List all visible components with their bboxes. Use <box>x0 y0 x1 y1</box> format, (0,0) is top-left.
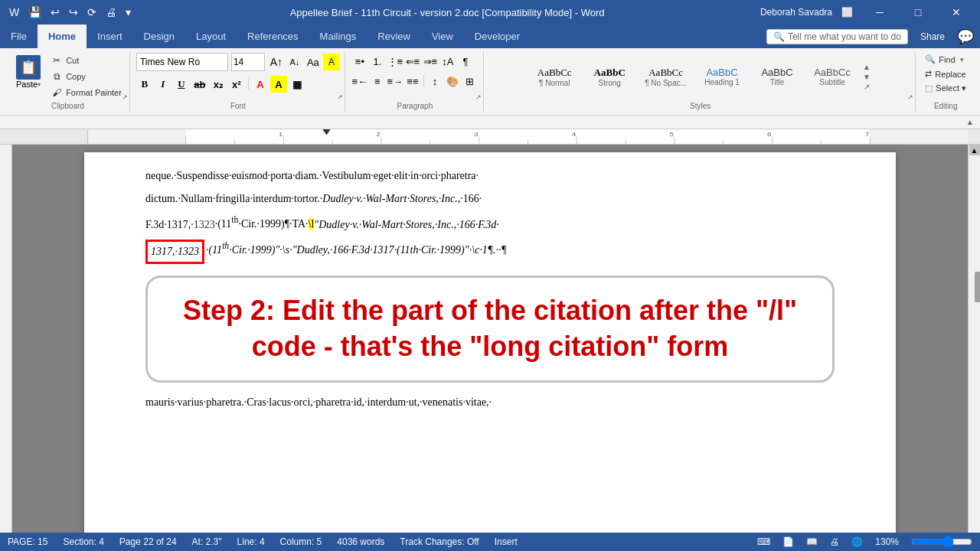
zoom-slider[interactable] <box>911 536 972 548</box>
paste-dropdown-arrow[interactable]: ▾ <box>38 81 41 88</box>
borders-button[interactable]: ▦ <box>289 76 305 93</box>
style-heading1[interactable]: AaBbC Heading 1 <box>695 63 749 90</box>
tab-insert[interactable]: Insert <box>87 24 133 48</box>
para3-code: "Dudley·v.·Wal-Mart·Stores,·Inc.,·166·F.… <box>314 218 499 230</box>
tab-design[interactable]: Design <box>133 24 185 48</box>
style-nospace[interactable]: AaBbCc ¶ No Spac... <box>638 63 694 91</box>
save-icon[interactable]: 💾 <box>25 5 44 20</box>
para2-text: dictum.·Nullam·fringilla·interdum·tortor… <box>145 193 322 204</box>
instruction-box: Step 2: Edit the part of the citation af… <box>145 276 835 383</box>
font-name-input[interactable] <box>136 53 228 71</box>
increase-font-size-button[interactable]: A↑ <box>268 54 285 70</box>
redo-icon[interactable]: ↪ <box>66 5 81 20</box>
borders-para-button[interactable]: ⊞ <box>462 73 479 90</box>
customize-qa-icon[interactable]: ▾ <box>122 5 134 20</box>
tab-home[interactable]: Home <box>38 24 87 48</box>
page-indicator: PAGE: 15 <box>8 536 47 547</box>
scroll-thumb[interactable] <box>975 272 981 302</box>
bold-button[interactable]: B <box>136 76 153 93</box>
change-case-button[interactable]: Aa <box>305 54 322 70</box>
decrease-indent-button[interactable]: ⇐≡ <box>404 53 421 70</box>
find-dropdown-arrow[interactable]: ▾ <box>960 56 964 64</box>
styles-scroll-down[interactable]: ▼ <box>863 73 871 81</box>
style-strong-label: Strong <box>590 79 629 87</box>
superscript-button[interactable]: x² <box>228 76 245 93</box>
read-mode-button[interactable]: 📖 <box>806 536 818 547</box>
styles-expand[interactable]: ↗ <box>864 83 870 91</box>
scroll-up-button[interactable]: ▲ <box>969 145 980 155</box>
clipboard-expand-icon[interactable]: ↗ <box>122 93 128 101</box>
replace-button[interactable]: ⇄ Replace <box>922 67 969 80</box>
styles-expand-icon[interactable]: ↗ <box>907 93 913 101</box>
tab-mailings[interactable]: Mailings <box>309 24 368 48</box>
copy-button[interactable]: ⧉ Copy <box>47 69 125 84</box>
text-shading-button[interactable]: A <box>270 76 287 93</box>
decrease-font-size-button[interactable]: A↓ <box>286 54 303 70</box>
select-button[interactable]: ⬚ Select ▾ <box>922 82 969 95</box>
line-spacing-button[interactable]: ↕ <box>426 73 443 90</box>
cut-button[interactable]: ✂ Cut <box>47 53 125 68</box>
comment-button[interactable]: 💬 <box>951 25 980 48</box>
justify-button[interactable]: ≡≡ <box>404 73 421 90</box>
layout-mode-button[interactable]: 📄 <box>782 536 794 547</box>
copy-icon: ⧉ <box>51 70 63 83</box>
tab-layout[interactable]: Layout <box>185 24 237 48</box>
text-highlight-button[interactable]: A <box>323 54 340 70</box>
print-preview-icon[interactable]: 🖨 <box>103 5 119 20</box>
tell-me-input[interactable]: 🔍 Tell me what you want to do <box>766 29 908 44</box>
track-changes-status[interactable]: Track Changes: Off <box>400 536 479 547</box>
align-center-button[interactable]: ≡ <box>369 73 386 90</box>
paste-button[interactable]: 📋 Paste ▾ <box>11 53 46 91</box>
style-normal[interactable]: AaBbCc ¶ Normal <box>528 63 581 91</box>
font-expand-icon[interactable]: ↗ <box>337 93 343 101</box>
bullets-button[interactable]: ≡• <box>351 53 368 70</box>
close-button[interactable]: ✕ <box>939 0 974 24</box>
vertical-scrollbar[interactable]: ▲ ▼ <box>968 145 980 551</box>
style-strong[interactable]: AaBbC Strong <box>583 63 636 91</box>
sort-button[interactable]: ↕A <box>439 53 456 70</box>
format-painter-button[interactable]: 🖌 Format Painter <box>47 85 125 100</box>
replace-label: Replace <box>935 70 965 79</box>
ribbon-collapse-button[interactable]: ▲ <box>966 118 974 126</box>
doc-scroll-area[interactable]: neque.·Suspendisse·euismod·porta·diam.·V… <box>12 145 968 551</box>
paragraph-5: mauris·varius·pharetra.·Cras·lacus·orci,… <box>145 394 835 411</box>
multilevel-list-button[interactable]: ⋮≡ <box>387 53 403 70</box>
tab-view[interactable]: View <box>421 24 464 48</box>
ribbon-group-clipboard: 📋 Paste ▾ ✂ Cut ⧉ Copy <box>6 51 130 112</box>
tab-references[interactable]: References <box>237 24 309 48</box>
style-title[interactable]: AaBbC Title <box>750 63 804 90</box>
insert-mode[interactable]: Insert <box>495 536 518 547</box>
window-title: Appellee Brief - 11th Circuit - version … <box>134 7 760 18</box>
tab-developer[interactable]: Developer <box>464 24 531 48</box>
shading-button[interactable]: 🎨 <box>444 73 461 90</box>
show-formatting-button[interactable]: ¶ <box>457 53 474 70</box>
web-layout-button[interactable]: 🌐 <box>851 536 863 547</box>
align-right-button[interactable]: ≡→ <box>387 73 403 90</box>
svg-text:2: 2 <box>376 132 381 138</box>
increase-indent-button[interactable]: ⇒≡ <box>422 53 439 70</box>
strikethrough-button[interactable]: ab <box>191 76 208 93</box>
print-layout-button[interactable]: 🖨 <box>830 536 839 547</box>
italic-button[interactable]: I <box>155 76 172 93</box>
style-subtitle[interactable]: AaBbCc Subtitle <box>805 63 859 90</box>
font-size-input[interactable] <box>231 53 265 71</box>
paragraph-2: dictum.·Nullam·fringilla·interdum·tortor… <box>145 191 835 207</box>
underline-button[interactable]: U <box>173 76 190 93</box>
find-button[interactable]: 🔍 Find ▾ <box>922 53 966 66</box>
styles-scroll-up[interactable]: ▲ <box>863 63 871 71</box>
maximize-button[interactable]: □ <box>900 0 936 24</box>
subscript-button[interactable]: x₂ <box>210 76 227 93</box>
paragraph-expand-icon[interactable]: ↗ <box>475 93 482 101</box>
font-color-button[interactable]: A <box>252 76 269 93</box>
share-button[interactable]: Share <box>914 28 951 45</box>
undo-icon[interactable]: ↩ <box>47 5 63 20</box>
status-right: ⌨ 📄 📖 🖨 🌐 130% <box>757 536 972 548</box>
restore-mode-icon[interactable]: ⬜ <box>841 7 853 18</box>
tab-file[interactable]: File <box>0 24 38 48</box>
align-left-button[interactable]: ≡← <box>351 73 368 90</box>
tab-review[interactable]: Review <box>367 24 421 48</box>
refresh-icon[interactable]: ⟳ <box>84 5 100 20</box>
title-bar-left: W 💾 ↩ ↪ ⟳ 🖨 ▾ <box>6 5 134 20</box>
numbering-button[interactable]: 1. <box>369 53 386 70</box>
minimize-button[interactable]: ─ <box>862 0 897 24</box>
